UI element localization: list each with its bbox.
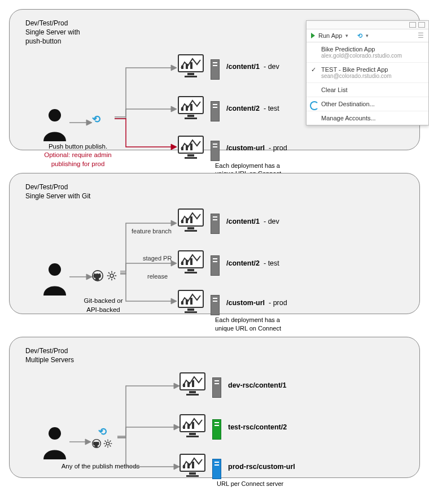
server-icon xyxy=(211,101,220,121)
arrow-split-prod xyxy=(115,116,177,155)
deployment-label: /content/2 - test xyxy=(226,105,279,112)
arrow-user-to-tool xyxy=(69,273,92,281)
svg-rect-56 xyxy=(186,299,188,305)
svg-rect-44 xyxy=(186,218,188,223)
svg-rect-13 xyxy=(187,115,194,117)
svg-rect-57 xyxy=(190,298,192,305)
svg-rect-8 xyxy=(185,76,197,77)
dashboard-icon xyxy=(178,290,204,315)
dashboard-icon xyxy=(180,414,205,440)
svg-rect-41 xyxy=(187,227,194,229)
svg-line-34 xyxy=(114,272,115,273)
svg-line-66 xyxy=(110,446,111,447)
svg-rect-87 xyxy=(189,472,196,475)
svg-line-31 xyxy=(108,272,110,273)
deployment-prod: prod-rsc/custom-url URL per Connect serv… xyxy=(180,454,295,479)
svg-point-60 xyxy=(106,442,109,445)
svg-rect-91 xyxy=(192,462,194,468)
run-app-button[interactable]: Run App xyxy=(318,32,342,39)
svg-point-24 xyxy=(49,263,61,276)
deployment-label: prod-rsc/custom-url xyxy=(228,463,295,471)
server-icon xyxy=(211,141,220,161)
server-icon xyxy=(212,377,221,398)
svg-rect-79 xyxy=(192,380,194,387)
publish-dropdown-icon[interactable]: ▾ xyxy=(366,33,369,38)
deployment-prod: /custom-url - prod Each deployment has a… xyxy=(178,290,287,315)
deployment-prod: /custom-url - prod Each deployment has a… xyxy=(178,136,287,161)
dashboard-icon xyxy=(178,54,204,80)
server-icon xyxy=(211,295,220,315)
publish-swirl-icon[interactable]: ⟲ xyxy=(357,32,362,40)
svg-rect-50 xyxy=(186,260,188,265)
user-icon xyxy=(41,107,68,141)
run-app-dropdown-icon[interactable]: ▾ xyxy=(345,33,348,38)
server-icon xyxy=(212,459,221,479)
popup-window-chrome xyxy=(307,21,428,29)
popup-item-bike-prediction[interactable]: Bike Prediction App alex.gold@colorado.r… xyxy=(307,42,428,63)
run-icon[interactable] xyxy=(311,33,315,38)
deployment-dev: /content/1 - dev xyxy=(178,54,279,80)
deployment-test: /content/2 - test xyxy=(178,250,279,276)
popup-item-title: Manage Accounts... xyxy=(321,115,423,121)
options-icon[interactable]: ☰ xyxy=(418,32,424,40)
svg-rect-84 xyxy=(187,424,190,429)
caption-optional: Optional: require admin publishing for p… xyxy=(44,151,112,167)
dashboard-icon xyxy=(178,96,204,121)
window-control-icons[interactable] xyxy=(409,22,425,28)
svg-rect-20 xyxy=(185,157,197,159)
arrow-user-to-tool xyxy=(69,438,91,446)
svg-rect-83 xyxy=(183,425,185,429)
arrow-user-to-tool xyxy=(69,119,92,127)
svg-line-33 xyxy=(108,278,110,279)
svg-marker-72 xyxy=(174,424,180,430)
popup-item-test-bike-predict[interactable]: TEST - Bike Predict App sean@colorado.rs… xyxy=(307,63,428,83)
dashboard-icon xyxy=(178,136,204,161)
svg-rect-82 xyxy=(186,436,199,437)
svg-rect-49 xyxy=(181,262,183,265)
svg-marker-36 xyxy=(86,274,92,280)
svg-rect-14 xyxy=(185,118,197,119)
popup-item-subtitle: sean@colorado.rstudio.com xyxy=(321,73,423,79)
svg-rect-90 xyxy=(187,463,190,468)
popup-item-manage-accounts[interactable]: Manage Accounts... xyxy=(307,111,428,125)
panel-title: Dev/Test/Prod Single Server with Git xyxy=(25,183,410,201)
svg-marker-38 xyxy=(171,260,177,266)
deployment-note: Each deployment has a unique URL on Conn… xyxy=(215,316,300,332)
svg-rect-53 xyxy=(187,309,194,311)
dashboard-icon xyxy=(178,250,204,276)
panel-title: Dev/Test/Prod Multiple Servers xyxy=(25,346,410,364)
svg-rect-16 xyxy=(186,106,188,111)
svg-rect-23 xyxy=(190,144,192,150)
svg-rect-7 xyxy=(187,73,194,75)
svg-marker-71 xyxy=(174,383,180,389)
github-icon xyxy=(92,439,101,450)
svg-rect-78 xyxy=(187,382,190,387)
svg-marker-3 xyxy=(171,65,177,71)
svg-rect-55 xyxy=(181,301,183,305)
svg-rect-76 xyxy=(186,394,199,396)
svg-rect-89 xyxy=(183,465,185,468)
popup-item-title: TEST - Bike Predict App xyxy=(321,66,423,73)
deployment-test: test-rsc/content/2 xyxy=(180,414,287,440)
popup-toolbar: Run App ▾ ⟲ ▾ ☰ xyxy=(307,29,428,42)
dashboard-icon xyxy=(180,372,205,398)
deployment-label: /custom-url - prod xyxy=(226,299,287,307)
svg-rect-48 xyxy=(185,272,197,273)
svg-marker-5 xyxy=(171,144,177,150)
server-icon xyxy=(212,419,221,440)
deployment-label: test-rsc/content/2 xyxy=(228,423,287,431)
svg-rect-81 xyxy=(189,433,196,435)
popup-item-other-destination[interactable]: Other Destination... xyxy=(307,97,428,111)
publish-tool-icons: ⟲ xyxy=(92,425,112,450)
connect-swirl-icon: ⟲ xyxy=(98,425,107,438)
deployment-label: /content/1 - dev xyxy=(226,63,279,71)
svg-line-65 xyxy=(105,441,106,442)
arrow-split-prod xyxy=(117,436,180,475)
user-caption: Push button publish. Optional: require a… xyxy=(30,142,126,169)
svg-rect-43 xyxy=(181,220,183,223)
gear-icon xyxy=(107,271,117,283)
popup-item-clear-list[interactable]: Clear List xyxy=(307,83,428,97)
svg-rect-9 xyxy=(181,66,183,69)
deployment-label: /content/1 - dev xyxy=(226,218,279,225)
server-icon xyxy=(211,255,220,276)
